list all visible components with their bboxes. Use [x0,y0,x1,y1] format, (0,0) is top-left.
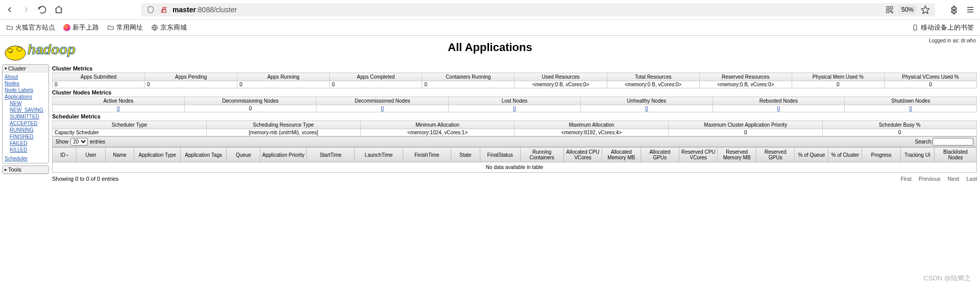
entries-label: entries [90,139,105,145]
page-prev[interactable]: Previous [919,176,941,182]
home-icon[interactable] [54,5,63,14]
forward-icon[interactable] [21,5,31,14]
sidebar-link-about[interactable]: About [5,74,46,80]
cell: 0 [823,129,977,136]
sidebar-link-applications[interactable]: Applications [5,93,46,100]
cell: 0 [792,81,884,88]
cluster-metrics-table: Apps Submitted Apps Pending Apps Running… [52,73,977,88]
link[interactable]: 0 [645,106,648,111]
zoom-level[interactable]: 50% [898,5,917,14]
th-reserved-resources: Reserved Resources [699,73,792,81]
svg-rect-4 [887,10,889,13]
url-text: master:8088/cluster [173,6,881,14]
th-app-type[interactable]: Application Type [134,148,181,162]
scheduler-metrics-table: Scheduler Type Scheduling Resource Type … [52,121,977,136]
th-app-tags[interactable]: Application Tags [180,148,227,162]
th-priority[interactable]: Application Priority [260,148,307,162]
bookmark-item[interactable]: 新手上路 [63,23,99,32]
table-row: No data available in table [53,162,977,173]
cell: [memory-mb (unit=Mi), vcores] [206,129,360,136]
th-alloc-cpu[interactable]: Allocated CPU VCores [564,148,602,162]
th-res-gpu[interactable]: Reserved GPUs [756,148,794,162]
sidebar-link-failed[interactable]: FAILED [10,140,46,147]
address-bar[interactable]: master:8088/cluster 50% [141,3,935,16]
th-phys-vcores: Physical VCores Used % [884,73,976,81]
lock-slash-icon[interactable] [159,5,168,14]
th-pct-queue[interactable]: % of Queue [795,148,828,162]
th-alloc-gpu[interactable]: Allocated GPUs [641,148,679,162]
search-input[interactable] [933,138,973,146]
page-last[interactable]: Last [966,176,977,182]
sidebar-link-nodes[interactable]: Nodes [5,80,46,87]
page-size-select[interactable]: 20 [70,138,88,146]
mobile-bookmarks[interactable]: 移动设备上的书签 [912,23,974,32]
nodata-cell: No data available in table [53,162,977,173]
link[interactable]: 0 [381,106,384,111]
page-next[interactable]: Next [948,176,960,182]
star-icon[interactable] [921,5,930,14]
svg-text:hadoop: hadoop [28,42,76,57]
sidebar-link-scheduler[interactable]: Scheduler [5,155,46,162]
sidebar-cluster-header[interactable]: ▾Cluster [3,65,48,73]
th-id[interactable]: ID▾ [53,148,77,162]
th-name[interactable]: Name [105,148,134,162]
nodes-metrics-table: Active Nodes Decommissioning Nodes Decom… [52,97,977,112]
link[interactable]: 0 [909,106,912,111]
th-blacklist[interactable]: Blacklisted Nodes [934,148,976,162]
qr-icon[interactable] [885,5,894,14]
applications-table: ID▾ User Name Application Type Applicati… [52,147,977,173]
th: Lost Nodes [449,97,581,105]
sidebar-panel-tools: ▸Tools [2,165,49,174]
th-finish[interactable]: FinishTime [403,148,451,162]
nodes-metrics-title: Cluster Nodes Metrics [52,89,977,95]
cluster-metrics-title: Cluster Metrics [52,65,977,71]
th-queue[interactable]: Queue [227,148,260,162]
sidebar-link-node-labels[interactable]: Node Labels [5,87,46,93]
cell: 0 [53,81,145,88]
th-final[interactable]: FinalStatus [480,148,520,162]
sidebar-link-accepted[interactable]: ACCEPTED [10,120,46,127]
bookmarks-bar: 火狐官方站点 新手上路 常用网址 京东商城 移动设备上的书签 [0,20,980,36]
reload-icon[interactable] [38,5,47,14]
sidebar-link-submitted[interactable]: SUBMITTED [10,113,46,120]
page-title: All Applications [448,41,532,54]
th-apps-running: Apps Running [237,73,330,81]
th-tracking[interactable]: Tracking UI [900,148,934,162]
th-pct-cluster[interactable]: % of Cluster [828,148,862,162]
th-progress[interactable]: Progress [862,148,900,162]
th-res-cpu[interactable]: Reserved CPU VCores [679,148,717,162]
cell: 0 [330,81,422,88]
cell: 0 [53,105,185,112]
th: Scheduler Busy % [823,121,977,129]
sidebar-link-new-saving[interactable]: NEW_SAVING [10,107,46,113]
sidebar-tools-header[interactable]: ▸Tools [3,166,48,174]
link[interactable]: 0 [777,106,780,111]
sidebar-link-new[interactable]: NEW [10,100,46,107]
link[interactable]: 0 [117,106,120,111]
th-res-mem[interactable]: Reserved Memory MB [718,148,756,162]
th-state[interactable]: State [451,148,480,162]
back-icon[interactable] [5,5,14,14]
th-user[interactable]: User [77,148,106,162]
sidebar-link-finished[interactable]: FINISHED [10,133,46,140]
bookmark-item[interactable]: 常用网址 [107,23,143,32]
browser-toolbar: master:8088/cluster 50% [0,0,980,20]
link[interactable]: 0 [513,106,516,111]
th-launch[interactable]: LaunchTime [355,148,403,162]
bookmark-item[interactable]: 火狐官方站点 [6,23,55,32]
shield-icon[interactable] [146,5,155,14]
bookmark-item[interactable]: 京东商城 [151,23,187,32]
extensions-icon[interactable] [949,5,959,14]
th-run-containers[interactable]: Running Containers [520,148,564,162]
sidebar-link-killed[interactable]: KILLED [10,147,46,153]
th-alloc-mem[interactable]: Allocated Memory MB [602,148,641,162]
cell: 0 [184,105,316,112]
svg-marker-5 [922,6,929,14]
th: Decommissioned Nodes [316,97,449,105]
page-first[interactable]: First [900,176,911,182]
sidebar-link-running[interactable]: RUNNING [10,127,46,133]
cell: <memory:0 B, vCores:0> [514,81,607,88]
menu-icon[interactable] [966,5,975,14]
search-label: Search: [915,139,933,145]
th-start[interactable]: StartTime [306,148,354,162]
